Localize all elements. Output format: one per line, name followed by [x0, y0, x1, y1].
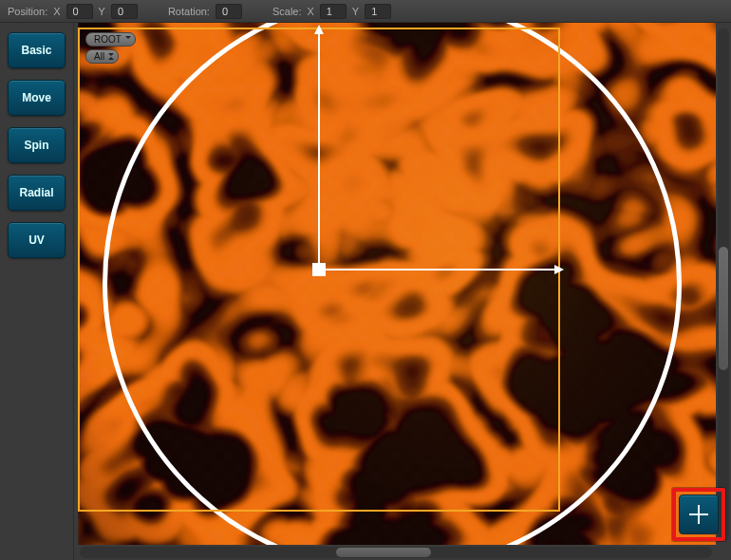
viewport[interactable]: ROOT All: [78, 23, 716, 545]
tool-move-button[interactable]: Move: [8, 80, 66, 116]
vertical-scrollbar[interactable]: [718, 28, 729, 541]
radial-boundary: [103, 23, 682, 545]
root-dropdown[interactable]: ROOT: [85, 32, 136, 47]
y-label: Y: [99, 6, 105, 17]
filter-dropdown[interactable]: All: [85, 49, 119, 64]
scale-x-field[interactable]: 1: [320, 4, 347, 19]
tool-sidebar: Basic Move Spin Radial UV: [0, 23, 74, 560]
rotation-label: Rotation:: [168, 6, 210, 17]
x-label: X: [53, 6, 60, 17]
viewport-wrapper: ROOT All: [74, 23, 731, 560]
tool-basic-button[interactable]: Basic: [8, 32, 66, 68]
plus-icon: [686, 502, 711, 527]
scale-y-label: Y: [352, 6, 359, 17]
transform-toolbar: Position: X 0 Y 0 Rotation: 0 Scale: X 1…: [0, 0, 731, 23]
position-y-field[interactable]: 0: [111, 4, 138, 19]
scale-label: Scale:: [272, 6, 302, 17]
add-button[interactable]: [679, 495, 719, 534]
tool-uv-button[interactable]: UV: [8, 222, 66, 258]
scale-y-field[interactable]: 1: [365, 4, 391, 19]
horizontal-scroll-thumb[interactable]: [336, 548, 431, 557]
rotation-field[interactable]: 0: [216, 4, 242, 19]
scale-x-label: X: [308, 6, 314, 17]
tool-radial-button[interactable]: Radial: [8, 175, 66, 211]
tool-spin-button[interactable]: Spin: [8, 127, 66, 163]
position-label: Position:: [8, 6, 47, 17]
vertical-scroll-thumb[interactable]: [719, 247, 728, 370]
position-x-field[interactable]: 0: [66, 4, 93, 19]
horizontal-scrollbar[interactable]: [80, 547, 712, 558]
add-button-highlight: [672, 488, 725, 541]
